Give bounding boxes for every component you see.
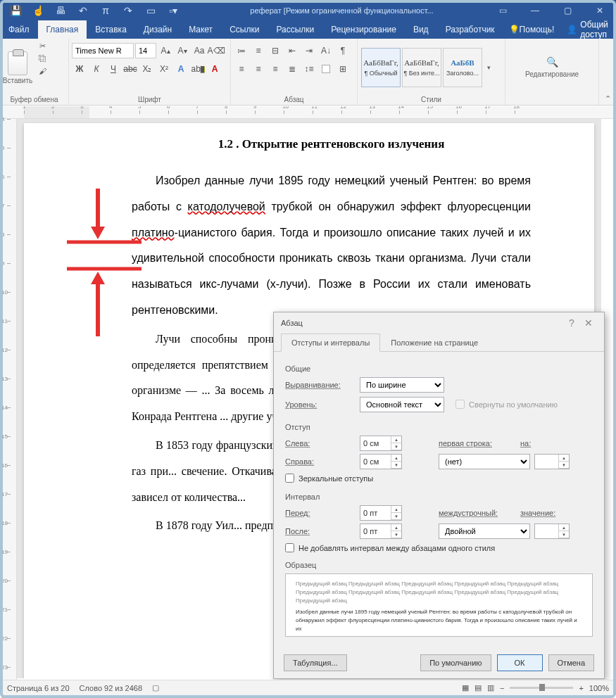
ok-button[interactable]: ОК: [497, 654, 543, 671]
space-before-input[interactable]: 0 пт▲▼: [360, 505, 402, 521]
spell-check-icon[interactable]: ▢: [152, 683, 159, 692]
zoom-slider[interactable]: [510, 687, 573, 689]
line-spacing-select[interactable]: Двойной: [439, 524, 530, 539]
sort-icon[interactable]: A↓: [318, 43, 334, 58]
web-layout-icon[interactable]: ▥: [487, 683, 494, 692]
align-right-icon[interactable]: ≡: [268, 61, 283, 77]
close-dialog-icon[interactable]: ✕: [580, 317, 597, 329]
space-after-input[interactable]: 0 пт▲▼: [360, 524, 402, 539]
print-layout-icon[interactable]: ▤: [474, 683, 482, 692]
ribbon-opts-icon[interactable]: ▭: [486, 0, 519, 20]
mirror-indents-checkbox[interactable]: [285, 474, 294, 483]
clear-format-icon[interactable]: A⌫: [208, 43, 224, 58]
align-center-icon[interactable]: ≡: [251, 61, 266, 77]
show-marks-icon[interactable]: ¶: [335, 43, 351, 58]
borders-icon[interactable]: ⊞: [335, 61, 351, 77]
no-add-space-checkbox[interactable]: [285, 543, 294, 552]
indent-right-input[interactable]: 0 см▲▼: [360, 454, 402, 469]
zoom-in-icon[interactable]: +: [579, 684, 583, 692]
read-mode-icon[interactable]: ▦: [462, 683, 469, 692]
tab-insert[interactable]: Вставка: [87, 20, 135, 39]
find-icon[interactable]: 🔍: [546, 56, 558, 68]
first-line-select[interactable]: (нет): [439, 454, 530, 469]
default-button[interactable]: По умолчанию: [420, 654, 491, 671]
align-left-icon[interactable]: ≡: [234, 61, 249, 77]
strike-icon[interactable]: abc: [122, 61, 138, 77]
tab-layout[interactable]: Макет: [180, 20, 221, 39]
indent-inc-icon[interactable]: ⇥: [301, 43, 317, 58]
vertical-ruler[interactable]: 456789101112131415161718192021222324: [0, 119, 17, 682]
justify-icon[interactable]: ≣: [284, 61, 300, 77]
format-painter-icon[interactable]: 🖌: [35, 65, 49, 77]
maximize-icon[interactable]: ▢: [551, 0, 584, 20]
tell-me[interactable]: 💡 Помощь!: [503, 20, 560, 39]
style-nospacing[interactable]: АаБбВвГг,¶ Без инте...: [402, 48, 441, 87]
alignment-select[interactable]: По ширине: [360, 377, 444, 393]
tab-design[interactable]: Дизайн: [135, 20, 180, 39]
tab-references[interactable]: Ссылки: [221, 20, 268, 39]
close-icon[interactable]: ✕: [584, 0, 616, 20]
dialog-tab-pageflow[interactable]: Положение на странице: [380, 334, 489, 351]
tab-file[interactable]: Файл: [0, 20, 38, 39]
touch-mode-icon[interactable]: ☝: [28, 2, 48, 19]
zoom-level[interactable]: 100%: [589, 684, 609, 692]
title-bar: 💾 ☝ 🖶 ↶ π ↷ ▭ ▫▾ реферат [Режим ограниче…: [0, 0, 616, 20]
superscript-icon[interactable]: X²: [156, 61, 172, 77]
font-color-icon[interactable]: A: [207, 61, 222, 77]
indent-left-input[interactable]: 0 см▲▼: [360, 436, 402, 451]
cut-icon[interactable]: ✂: [35, 40, 49, 51]
underline-icon[interactable]: Ч: [106, 61, 121, 77]
multilevel-icon[interactable]: ⊟: [268, 43, 283, 58]
group-clipboard: Буфер обмена: [3, 95, 65, 104]
redo-icon[interactable]: ↷: [118, 2, 138, 19]
word-count[interactable]: Слово 92 из 2468: [80, 684, 143, 692]
grow-font-icon[interactable]: A▴: [158, 43, 173, 58]
dialog-title: Абзац: [281, 319, 303, 327]
zoom-out-icon[interactable]: −: [500, 684, 504, 692]
pi-icon[interactable]: π: [96, 2, 115, 19]
outline-level-select[interactable]: Основной текст: [360, 397, 444, 412]
styles-more-icon[interactable]: ▾: [483, 48, 494, 87]
numbering-icon[interactable]: ≡: [251, 43, 266, 58]
print-icon[interactable]: 🖶: [51, 2, 70, 19]
shrink-font-icon[interactable]: A▾: [175, 43, 190, 58]
page-setup-icon[interactable]: ▭: [141, 2, 161, 19]
indent-dec-icon[interactable]: ⇤: [284, 43, 300, 58]
highlight-icon[interactable]: ab█: [190, 61, 206, 77]
tab-home[interactable]: Главная: [38, 20, 87, 39]
font-name-input[interactable]: [72, 43, 134, 58]
help-icon[interactable]: ?: [563, 317, 580, 329]
first-line-by-input[interactable]: ▲▼: [534, 454, 570, 469]
copy-icon[interactable]: ⿻: [35, 53, 49, 64]
line-spacing-icon[interactable]: ↕≡: [301, 61, 317, 77]
font-size-input[interactable]: [135, 43, 156, 58]
page-number[interactable]: Страница 6 из 20: [7, 684, 70, 692]
tab-mailings[interactable]: Рассылки: [268, 20, 322, 39]
bullets-icon[interactable]: ≔: [234, 43, 249, 58]
style-normal[interactable]: АаБбВвГг,¶ Обычный: [361, 48, 401, 87]
horizontal-ruler[interactable]: 123456789101112131415161718: [0, 106, 616, 119]
cancel-button[interactable]: Отмена: [548, 654, 594, 671]
style-heading[interactable]: АаБбВЗаголово...: [443, 48, 482, 87]
tab-view[interactable]: Вид: [405, 20, 437, 39]
change-case-icon[interactable]: Aa: [191, 43, 207, 58]
italic-icon[interactable]: К: [89, 61, 104, 77]
collapsed-checkbox: [455, 400, 465, 409]
save-icon[interactable]: 💾: [6, 2, 25, 19]
text-effects-icon[interactable]: A: [173, 61, 189, 77]
share-button[interactable]: 👤 Общий доступ: [560, 20, 616, 39]
subscript-icon[interactable]: X₂: [139, 61, 155, 77]
minimize-icon[interactable]: —: [519, 0, 551, 20]
dialog-tab-indents[interactable]: Отступы и интервалы: [281, 334, 380, 352]
tab-review[interactable]: Рецензирование: [322, 20, 405, 39]
new-icon[interactable]: ▫▾: [163, 2, 183, 19]
collapse-ribbon-icon[interactable]: ⌃: [599, 39, 616, 105]
clipboard-icon: [8, 51, 27, 75]
tab-developer[interactable]: Разработчик: [437, 20, 503, 39]
line-spacing-at-input[interactable]: ▲▼: [534, 524, 570, 539]
paste-button[interactable]: Вставить: [3, 40, 32, 95]
tabs-button[interactable]: Табуляция...: [284, 654, 347, 671]
bold-icon[interactable]: Ж: [72, 61, 87, 77]
undo-icon[interactable]: ↶: [73, 2, 93, 19]
shading-icon[interactable]: [318, 61, 334, 77]
